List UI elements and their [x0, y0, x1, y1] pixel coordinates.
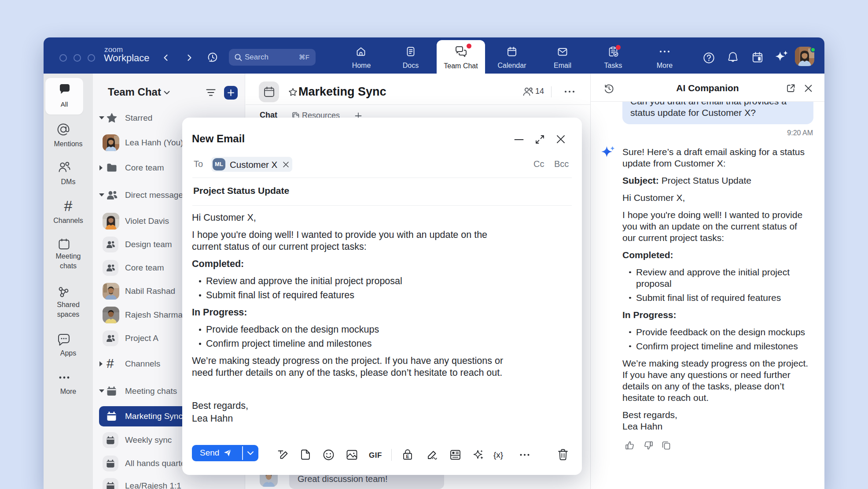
- svg-text:E: E: [406, 454, 409, 459]
